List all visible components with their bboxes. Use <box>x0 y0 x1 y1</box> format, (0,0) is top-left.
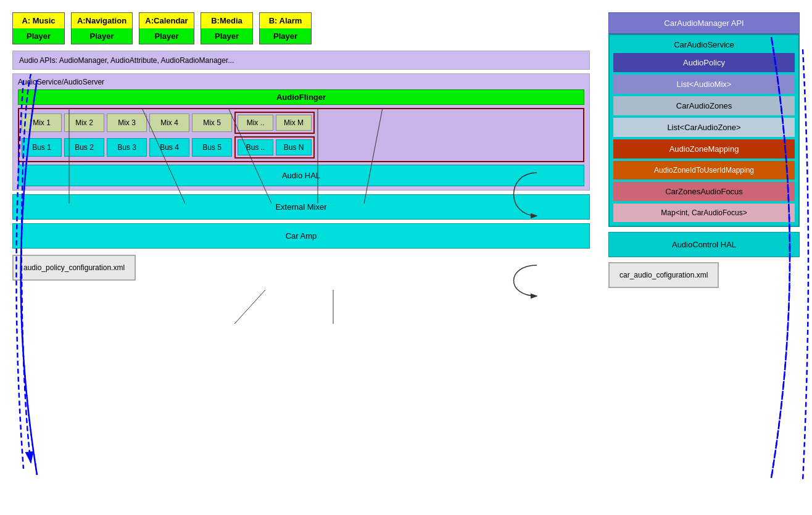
app-alarm-player: Player <box>260 28 311 44</box>
mix-m: Mix M <box>276 115 312 131</box>
mix-5: Mix 5 <box>192 113 232 132</box>
inner-red-group-buses: Bus .. Bus N <box>234 136 315 159</box>
audioflinger-block: AudioFlinger <box>18 89 584 105</box>
app-music-title: A: Music <box>13 13 64 28</box>
list-audiomix-block: List<AudioMix> <box>613 75 795 94</box>
app-alarm: B: Alarm Player <box>259 12 312 44</box>
bus-2: Bus 2 <box>64 138 104 157</box>
mix-2: Mix 2 <box>64 113 104 132</box>
car-audio-zones-block: CarAudioZones <box>613 96 795 115</box>
car-audio-service-container: CarAudioService AudioPolicy List<AudioMi… <box>608 34 800 227</box>
app-calendar-player: Player <box>139 28 194 44</box>
list-caraudiozone-block: List<CarAudioZone> <box>613 118 795 137</box>
right-panel: CarAudioManager API CarAudioService Audi… <box>608 12 800 509</box>
mix-dots: Mix .. <box>238 115 273 131</box>
bus-5: Bus 5 <box>192 138 232 157</box>
app-navigation-title: A:Navigation <box>72 13 132 28</box>
bus-dots: Bus .. <box>238 139 273 155</box>
bus-1: Bus 1 <box>22 138 62 157</box>
app-media-title: B:Media <box>201 13 252 28</box>
inner-red-group-mixes: Mix .. Mix M <box>234 112 315 134</box>
xml-left-box: audio_policy_configuration.xml <box>12 255 136 281</box>
audio-zone-id-block: AudioZoneIdToUserIdMapping <box>613 161 795 179</box>
audio-policy-block: AudioPolicy <box>613 53 795 72</box>
bus-4: Bus 4 <box>149 138 189 157</box>
bus-row: Bus 1 Bus 2 Bus 3 Bus 4 Bus 5 Bus .. Bus… <box>22 136 581 159</box>
app-calendar-title: A:Calendar <box>139 13 194 28</box>
mix-4: Mix 4 <box>149 113 189 132</box>
audio-zone-mapping-block: AudioZoneMapping <box>613 139 795 159</box>
app-calendar: A:Calendar Player <box>139 12 194 44</box>
bus-3: Bus 3 <box>107 138 147 157</box>
mix-1: Mix 1 <box>22 113 62 132</box>
app-media: B:Media Player <box>201 12 253 44</box>
app-navigation-player: Player <box>72 28 132 44</box>
audio-control-hal-block: AudioControl HAL <box>608 232 800 257</box>
app-music-player: Player <box>13 28 64 44</box>
car-audio-manager-api: CarAudioManager API <box>608 12 800 34</box>
app-alarm-title: B: Alarm <box>260 13 311 28</box>
app-media-player: Player <box>201 28 252 44</box>
app-music: A: Music Player <box>12 12 65 44</box>
mix-row: Mix 1 Mix 2 Mix 3 Mix 4 Mix 5 Mix .. Mix… <box>22 112 581 134</box>
audioservice-container: AudioService/AudioServer AudioFlinger Mi… <box>12 73 590 191</box>
audioservice-label: AudioService/AudioServer <box>18 78 584 86</box>
car-amp-block: Car Amp <box>12 223 590 249</box>
external-mixer-block: External Mixer <box>12 194 590 220</box>
car-zones-audio-focus-block: CarZonesAudioFocus <box>613 182 795 201</box>
mixes-buses-outer: Mix 1 Mix 2 Mix 3 Mix 4 Mix 5 Mix .. Mix… <box>18 108 584 162</box>
bus-n: Bus N <box>276 139 312 155</box>
apps-row: A: Music Player A:Navigation Player A:Ca… <box>12 12 590 44</box>
audio-apis-block: Audio APIs: AudioManager, AudioAttribute… <box>12 51 590 70</box>
car-audio-service-label: CarAudioService <box>613 39 795 51</box>
app-navigation: A:Navigation Player <box>71 12 133 44</box>
audio-hal-block: Audio HAL <box>18 165 584 186</box>
mix-3: Mix 3 <box>107 113 147 132</box>
audio-apis-label: Audio APIs: AudioManager, AudioAttribute… <box>19 56 234 65</box>
map-int-block: Map<int, CarAudioFocus> <box>613 204 795 222</box>
xml-right-box: car_audio_cofiguration.xml <box>608 262 719 288</box>
